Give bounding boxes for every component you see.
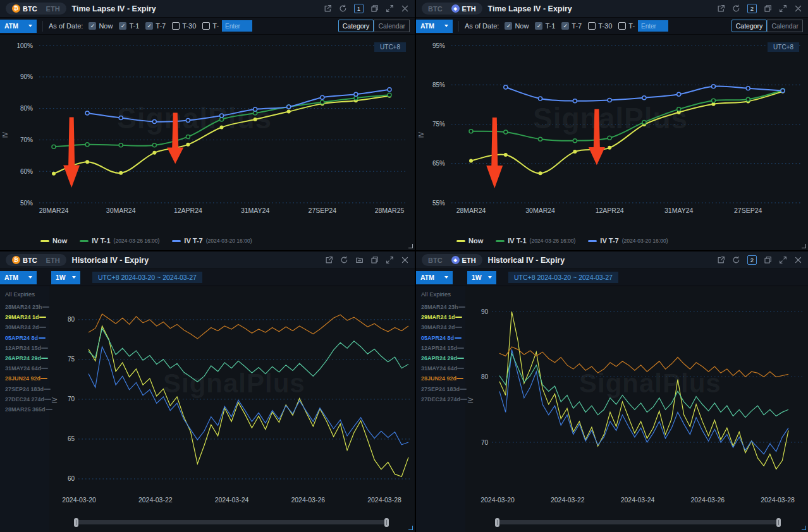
view-button-category[interactable]: Category	[338, 20, 374, 32]
series-line-now[interactable]	[471, 92, 783, 173]
series-marker[interactable]	[608, 146, 611, 150]
series-marker[interactable]	[573, 150, 577, 154]
refresh-icon[interactable]	[339, 4, 347, 13]
expiry-item[interactable]: 28MAR25 365d	[5, 404, 46, 414]
series-marker[interactable]	[539, 171, 542, 175]
checkbox-now[interactable]: ✓Now	[505, 22, 529, 30]
slider-handle-right[interactable]	[776, 518, 781, 527]
series-marker[interactable]	[254, 111, 257, 115]
series-marker[interactable]	[152, 120, 156, 124]
series-marker[interactable]	[539, 137, 542, 141]
chart-canvas[interactable]: 50%60%70%80%90%100%28MAR2430MAR2412APR24…	[0, 35, 415, 232]
legend-item-now[interactable]: Now	[40, 237, 67, 245]
series-marker[interactable]	[504, 130, 508, 134]
legend-item-iv-t-7[interactable]: IV T-7(2024-03-20 16:00)	[588, 237, 668, 245]
legend-item-now[interactable]: Now	[456, 237, 483, 245]
series-marker[interactable]	[677, 107, 681, 111]
checkbox-t-1[interactable]: ✓T-1	[119, 22, 139, 30]
coin-tab-btc[interactable]: ₿BTC	[8, 4, 41, 13]
close-icon[interactable]	[401, 256, 409, 264]
series-marker[interactable]	[254, 118, 257, 121]
series-line-iv-t-7[interactable]	[87, 90, 389, 122]
series-marker[interactable]	[711, 99, 715, 102]
series-marker[interactable]	[573, 139, 577, 143]
series-marker[interactable]	[220, 114, 224, 118]
series-marker[interactable]	[677, 92, 681, 96]
coin-tab-btc[interactable]: ₿BTC	[8, 255, 41, 265]
series-marker[interactable]	[354, 96, 358, 100]
view-button-calendar[interactable]: Calendar	[767, 20, 803, 32]
series-line-iv-t-1[interactable]	[471, 90, 783, 141]
slider-track[interactable]	[497, 520, 779, 524]
expiry-item[interactable]: 30MAR24 2d	[5, 322, 46, 332]
expand-icon[interactable]	[779, 256, 787, 264]
refresh-icon[interactable]	[732, 4, 740, 13]
coin-tab-eth[interactable]: ETH	[42, 256, 64, 265]
expiry-item[interactable]: 26APR24 29d	[421, 353, 462, 363]
external-link-icon[interactable]	[325, 256, 333, 264]
checkbox-t-[interactable]: T-	[618, 22, 635, 30]
slider-handle-left[interactable]	[495, 518, 499, 527]
series-marker[interactable]	[504, 85, 508, 89]
series-marker[interactable]	[287, 105, 291, 109]
series-line-05apr24-8d[interactable]	[499, 349, 788, 454]
slider-handle-right[interactable]	[384, 518, 389, 527]
series-marker[interactable]	[186, 143, 190, 147]
series-marker[interactable]	[287, 110, 291, 114]
checkbox-t-30[interactable]: T-30	[172, 22, 196, 30]
chart-canvas[interactable]: 7080902024-03-202024-03-222024-03-242024…	[465, 286, 808, 509]
expiry-item[interactable]: 05APR24 8d	[5, 333, 46, 343]
expiry-item[interactable]: 28MAR24 23h	[5, 302, 46, 312]
t-custom-input[interactable]	[222, 20, 252, 32]
slider-track[interactable]	[76, 520, 387, 524]
series-marker[interactable]	[220, 125, 224, 129]
expiry-item[interactable]: 29MAR24 1d	[421, 312, 462, 322]
coin-tab-btc[interactable]: BTC	[424, 4, 446, 13]
duplicate-icon[interactable]	[764, 256, 772, 264]
expiry-item[interactable]: 28MAR24 23h	[421, 302, 462, 312]
expand-icon[interactable]	[386, 256, 394, 264]
legend-item-iv-t-1[interactable]: IV T-1(2024-03-26 16:00)	[496, 237, 575, 245]
expiry-item[interactable]: 28JUN24 92d	[5, 373, 46, 384]
series-line-26apr24-29d[interactable]	[499, 353, 788, 417]
series-marker[interactable]	[504, 153, 508, 157]
series-line-28jun24-92d[interactable]	[499, 347, 788, 377]
checkbox-now[interactable]: ✓Now	[89, 22, 113, 30]
series-line-05apr24-8d[interactable]	[89, 347, 408, 445]
series-marker[interactable]	[186, 135, 190, 138]
expiry-item[interactable]: 30MAR24 2d	[421, 322, 462, 332]
strike-type-select[interactable]: ATM	[416, 271, 453, 284]
checkbox-t-7[interactable]: ✓T-7	[145, 22, 166, 30]
series-marker[interactable]	[321, 100, 324, 104]
series-marker[interactable]	[152, 151, 156, 155]
series-marker[interactable]	[119, 171, 123, 175]
coin-tab-btc[interactable]: BTC	[424, 256, 446, 265]
close-icon[interactable]	[794, 4, 802, 13]
strike-type-select[interactable]: ATM	[0, 20, 37, 33]
expiry-item[interactable]: 26APR24 29d	[5, 353, 46, 363]
resize-handle[interactable]	[408, 244, 413, 248]
strike-type-select[interactable]: ATM	[0, 271, 37, 284]
window-number-badge[interactable]: 1	[354, 4, 364, 13]
duplicate-icon[interactable]	[370, 256, 379, 264]
coin-tab-eth[interactable]: ◆ETH	[448, 4, 480, 13]
resize-handle[interactable]	[802, 244, 806, 248]
checkbox-t-[interactable]: T-	[202, 22, 219, 30]
series-marker[interactable]	[220, 118, 224, 121]
series-marker[interactable]	[388, 93, 391, 97]
external-link-icon[interactable]	[717, 256, 725, 264]
duplicate-icon[interactable]	[764, 4, 772, 13]
expiry-item[interactable]: 27SEP24 183d	[5, 384, 46, 394]
close-icon[interactable]	[401, 4, 409, 13]
duplicate-icon[interactable]	[370, 4, 379, 13]
series-marker[interactable]	[85, 111, 89, 115]
series-marker[interactable]	[52, 172, 56, 176]
series-marker[interactable]	[711, 85, 715, 88]
window-number-badge[interactable]: 2	[747, 4, 757, 13]
external-link-icon[interactable]	[324, 4, 332, 13]
view-button-category[interactable]: Category	[731, 20, 768, 32]
resize-handle[interactable]	[802, 526, 806, 530]
chart-canvas[interactable]: 55%65%75%85%95%28MAR2430MAR2412APR2431MA…	[416, 35, 808, 232]
refresh-icon[interactable]	[340, 256, 348, 264]
series-marker[interactable]	[781, 89, 785, 93]
